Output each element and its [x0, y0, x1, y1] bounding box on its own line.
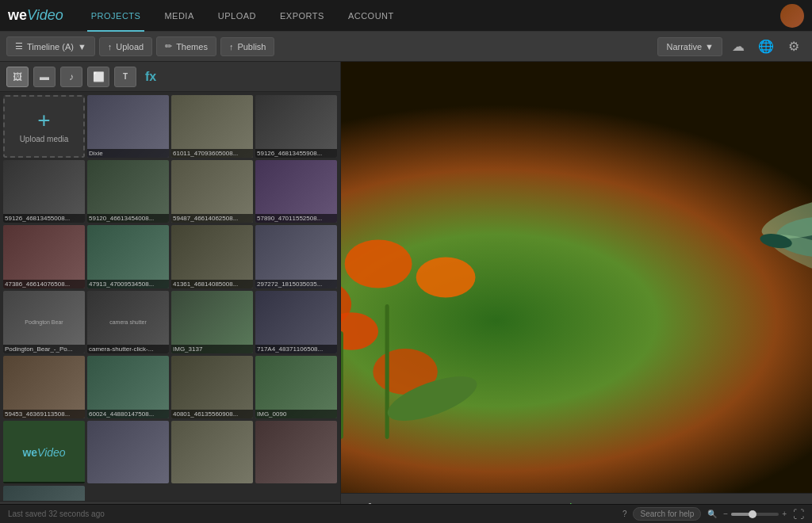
thumb-label: 47913_47009534508... — [87, 280, 169, 288]
list-item[interactable]: 47386_46614076508... — [3, 225, 85, 288]
zoom-out-icon[interactable]: − — [723, 510, 728, 518]
list-item[interactable]: Dixie — [87, 95, 169, 158]
search-help-input[interactable]: Search for help — [633, 507, 701, 521]
preview-video — [341, 62, 812, 493]
upload-button[interactable]: ↑ Upload — [99, 37, 152, 56]
logo: weVideo — [8, 7, 63, 24]
media-toolbar: 🖼 ▬ ♪ ⬜ T fx — [0, 62, 340, 92]
list-item[interactable]: 297272_1815035035... — [255, 225, 337, 288]
nav-items: PROJECTS MEDIA UPLOAD EXPORTS ACCOUNT — [87, 0, 780, 32]
timeline-label: Timeline (A) — [27, 42, 74, 52]
nav-account[interactable]: ACCOUNT — [344, 0, 398, 32]
publish-label: Publish — [237, 42, 266, 52]
media-type-audio-btn[interactable]: ♪ — [60, 67, 82, 87]
nav-exports[interactable]: EXPORTS — [276, 0, 328, 32]
list-item[interactable]: 47913_47009534508... — [87, 225, 169, 288]
list-item[interactable]: 59126_46813455008... — [3, 160, 85, 223]
list-item[interactable]: 40801_46135560908... — [171, 356, 253, 418]
list-item[interactable] — [3, 486, 85, 501]
list-item[interactable]: 59487_46614062508... — [171, 160, 253, 223]
svg-rect-0 — [341, 62, 812, 493]
svg-rect-7 — [341, 331, 343, 439]
thumb-label: Podington_Bear_-_Po... — [3, 345, 85, 353]
timeline-dropdown-icon: ▼ — [78, 42, 86, 52]
list-item[interactable]: 717A4_48371106508... — [255, 291, 337, 353]
thumb-label: 59126_46813455908... — [255, 149, 337, 158]
settings-button[interactable]: ⚙ — [782, 35, 806, 59]
list-item[interactable]: Podington Bear Podington_Bear_-_Po... — [3, 291, 85, 353]
list-item[interactable] — [87, 421, 169, 483]
thumb-label: 59126_46813455008... — [3, 214, 85, 223]
thumb-label: camera-shutter-click-... — [87, 345, 169, 353]
help-button[interactable]: ? — [622, 510, 627, 518]
user-avatar[interactable] — [780, 4, 804, 28]
list-item[interactable]: 61011_47093605008... — [171, 95, 253, 158]
zoom-thumb[interactable] — [749, 510, 756, 518]
media-grid-container[interactable]: + Upload media Dixie 61011_47093605008..… — [0, 92, 340, 501]
status-bar: Last saved 32 seconds ago ? Search for h… — [0, 504, 812, 523]
media-panel: 🖼 ▬ ♪ ⬜ T fx + Upload media Dixie — [0, 62, 341, 523]
list-item[interactable]: weVideo — [3, 421, 85, 483]
search-help-placeholder: Search for help — [640, 510, 694, 518]
list-item[interactable]: IMG_0090 — [255, 356, 337, 418]
globe-button[interactable]: 🌐 — [754, 35, 778, 59]
main-content: 🖼 ▬ ♪ ⬜ T fx + Upload media Dixie — [0, 62, 812, 523]
media-grid: + Upload media Dixie 61011_47093605008..… — [3, 95, 337, 501]
timeline-button[interactable]: ☰ Timeline (A) ▼ — [6, 36, 95, 56]
themes-label: Themes — [176, 42, 208, 52]
search-icon[interactable]: 🔍 — [707, 510, 717, 518]
upload-media-label: Upload media — [20, 135, 69, 143]
logo-video: Video — [27, 7, 63, 24]
preview-panel: ✏ 🗑 ⏮ ▶ ⏭ ↩ — [341, 62, 812, 523]
media-type-image-btn[interactable]: 🖼 — [6, 67, 29, 87]
timeline-icon: ☰ — [15, 41, 23, 52]
media-type-video-btn[interactable]: ▬ — [33, 67, 56, 87]
zoom-in-icon[interactable]: + — [782, 510, 787, 518]
preview-video-frame — [341, 62, 812, 493]
thumb-label: 59120_46613454008... — [87, 214, 169, 223]
main-toolbar: ☰ Timeline (A) ▼ ↑ Upload ✏ Themes ↑ Pub… — [0, 32, 812, 62]
last-saved-status: Last saved 32 seconds ago — [8, 510, 105, 518]
list-item[interactable] — [171, 421, 253, 483]
thumb-label: 59453_46369113508... — [3, 410, 85, 418]
list-item[interactable]: 59120_46613454008... — [87, 160, 169, 223]
media-type-screen-btn[interactable]: ⬜ — [87, 67, 109, 87]
list-item[interactable]: 59453_46369113508... — [3, 356, 85, 418]
list-item[interactable]: camera shutter camera-shutter-click-... — [87, 291, 169, 353]
narrative-dropdown-icon: ▼ — [705, 42, 714, 52]
themes-button[interactable]: ✏ Themes — [156, 36, 216, 56]
list-item[interactable]: 41361_46814085008... — [171, 225, 253, 288]
thumb-label: IMG_0090 — [255, 410, 337, 418]
thumb-label: 40801_46135560908... — [171, 410, 253, 418]
thumb-label: Dixie — [87, 149, 169, 158]
narrative-button[interactable]: Narrative ▼ — [657, 37, 722, 56]
thumb-label — [3, 482, 85, 483]
thumb-label: 61011_47093605008... — [171, 149, 253, 158]
nav-projects[interactable]: PROJECTS — [87, 0, 145, 32]
upload-plus-icon: + — [37, 109, 50, 132]
cloud-button[interactable]: ☁ — [726, 35, 750, 59]
upload-media-button[interactable]: + Upload media — [3, 95, 85, 158]
list-item[interactable]: IMG_3137 — [171, 291, 253, 353]
publish-button[interactable]: ↑ Publish — [220, 37, 275, 56]
nav-upload[interactable]: UPLOAD — [214, 0, 260, 32]
list-item[interactable]: 57890_47011552508... — [255, 160, 337, 223]
thumb-label: 297272_1815035035... — [255, 280, 337, 288]
zoom-slider[interactable] — [731, 513, 779, 516]
list-item[interactable]: 60024_44880147508... — [87, 356, 169, 418]
fullscreen-icon[interactable]: ⛶ — [793, 508, 804, 521]
list-item[interactable] — [255, 421, 337, 483]
thumb-label: 60024_44880147508... — [87, 410, 169, 418]
nav-media[interactable]: MEDIA — [160, 0, 197, 32]
top-nav: weVideo PROJECTS MEDIA UPLOAD EXPORTS AC… — [0, 0, 812, 32]
svg-rect-8 — [385, 304, 389, 439]
list-item[interactable]: 59126_46813455908... — [255, 95, 337, 158]
thumb-label: 717A4_48371106508... — [255, 345, 337, 353]
fx-label[interactable]: fx — [145, 70, 156, 84]
publish-icon: ↑ — [229, 42, 234, 52]
media-type-text-btn[interactable]: T — [114, 67, 136, 87]
status-bar-right: ? Search for help 🔍 − + ⛶ — [622, 507, 804, 521]
themes-icon: ✏ — [165, 41, 172, 52]
thumb-label: 57890_47011552508... — [255, 214, 337, 223]
zoom-control: − + — [723, 510, 787, 518]
